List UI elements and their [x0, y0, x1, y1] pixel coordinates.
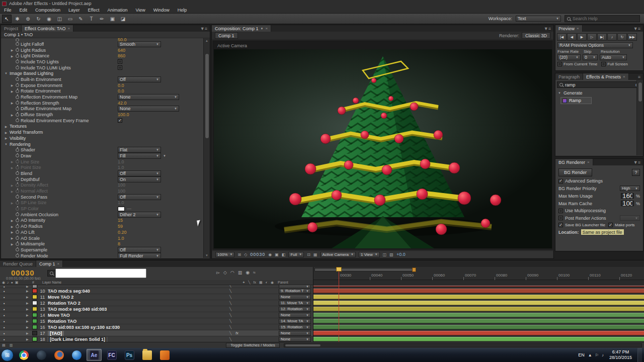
current-time-display[interactable]: 00030 [250, 252, 265, 257]
expander-icon[interactable]: ▶ [10, 230, 14, 234]
tab-effects-presets[interactable]: Effects & Presets× [583, 73, 629, 80]
layer-duration-bar[interactable] [313, 286, 644, 287]
layer-parent-dropdown[interactable]: 14. Move TA▼ [279, 319, 311, 324]
close-icon[interactable]: × [57, 261, 60, 266]
type-tool[interactable]: T [87, 15, 96, 23]
use-multiprocessing-row[interactable]: Use Multiprocessing [555, 207, 643, 214]
layer-name[interactable]: TAO mod:s seg:040 [48, 289, 224, 294]
expander-icon[interactable]: ▶ [10, 219, 14, 222]
layer-duration-bar[interactable] [313, 337, 644, 341]
stopwatch-icon[interactable] [16, 54, 19, 58]
expander-icon[interactable]: ▶ [10, 201, 14, 205]
layer-parent-dropdown[interactable]: 9. Rotation T▼ [279, 289, 311, 294]
scrollbar-thumb[interactable] [205, 53, 209, 139]
layer-parent-dropdown[interactable]: None▼ [279, 295, 311, 300]
chevron-down-icon[interactable]: ▼ [163, 154, 166, 157]
effects-search-input[interactable] [565, 82, 633, 87]
stopwatch-icon[interactable] [16, 195, 19, 199]
quality-switch-icon[interactable]: ╲ [229, 301, 231, 305]
layer-row[interactable]: ●▶11Move TAO 2╲None▼ [0, 294, 313, 300]
expander-icon[interactable]: ▶ [4, 125, 8, 128]
after-effects-icon[interactable]: Ae [87, 349, 102, 361]
quality-switch-icon[interactable]: ╲ [229, 313, 231, 317]
work-area-bar[interactable] [314, 268, 414, 272]
expander-icon[interactable]: ▼ [4, 143, 8, 146]
stopwatch-icon[interactable] [16, 230, 19, 234]
stopwatch-icon[interactable] [16, 207, 19, 211]
layer-duration-bar[interactable] [313, 325, 644, 329]
property-value[interactable]: 1.0 [118, 165, 124, 170]
grid-options-icon[interactable]: ⊞ [237, 252, 241, 257]
layer-expander-icon[interactable]: ▶ [26, 295, 32, 299]
stopwatch-icon[interactable] [16, 201, 19, 205]
property-value[interactable]: 100 [118, 183, 125, 188]
full-screen-option[interactable]: Full Screen [601, 62, 627, 66]
layer-name-column-header[interactable]: Layer Name [42, 281, 223, 284]
playhead-handle[interactable] [336, 267, 342, 272]
tab-preview[interactable]: Preview× [555, 25, 583, 32]
show-snapshot-icon[interactable]: ▣ [275, 252, 279, 257]
stopwatch-icon[interactable] [16, 248, 19, 251]
fast-previews-icon[interactable]: ▧ [389, 252, 393, 257]
layer-expander-icon[interactable]: ▶ [26, 337, 32, 341]
layer-row[interactable]: ●▶12Rotation TAO 2╲11. Move TA▼ [0, 300, 313, 306]
view-layout-dropdown[interactable]: 1 View▼ [359, 252, 380, 257]
layer-color-swatch[interactable] [32, 337, 37, 341]
from-current-time-option[interactable]: From Current Time [557, 62, 597, 66]
property-value[interactable]: 0.20 [118, 230, 127, 235]
footer-icon-blend[interactable]: ▥ [10, 343, 13, 347]
stopwatch-icon[interactable] [16, 48, 19, 52]
clone-stamp-tool[interactable]: ▣ [108, 15, 117, 23]
exposure-control[interactable]: +0.0 [396, 252, 406, 257]
property-dropdown[interactable]: None▼ [118, 106, 179, 112]
layer-visibility-toggle[interactable]: ● [0, 290, 8, 293]
menu-layer[interactable]: Layer [64, 7, 84, 14]
rotation-tool[interactable]: ↻ [34, 15, 43, 23]
action-center-icon[interactable]: ⚐ [595, 353, 599, 357]
eraser-tool[interactable]: ◪ [118, 15, 128, 23]
pixel-aspect-icon[interactable]: ◫ [383, 252, 387, 257]
folder-icon[interactable] [139, 349, 154, 361]
stopwatch-icon[interactable] [16, 160, 19, 163]
bg-help-button[interactable]: ? [632, 169, 640, 176]
expander-icon[interactable]: ▶ [10, 242, 14, 246]
layer-visibility-toggle[interactable]: ● [0, 320, 8, 323]
composition-mini-flowchart-icon[interactable]: ▻ [216, 270, 220, 275]
expander-icon[interactable]: ▶ [10, 225, 14, 228]
post-render-actions-checkbox[interactable] [558, 216, 563, 220]
taskbar-clock[interactable]: 6:47 PM 28/10/2015 [607, 349, 634, 361]
make-ports-checkbox[interactable]: ✓ [608, 223, 613, 227]
ram-preview-options-dropdown[interactable]: RAM Preview Options▼ [557, 42, 633, 48]
quality-switch-icon[interactable]: ╲ [229, 337, 231, 341]
layer-duration-bar[interactable] [313, 313, 644, 317]
layer-color-swatch[interactable] [32, 325, 37, 329]
mask-visibility-icon[interactable]: ◇ [244, 252, 247, 257]
layer-row[interactable]: ●▶17[TAO]╲fxNone▼ [0, 330, 313, 336]
hand-tool[interactable]: ✱ [13, 15, 22, 23]
timeline-ruler[interactable]: 0003000040000500006000070000800009000100… [313, 267, 644, 280]
max-mem-input[interactable] [621, 193, 634, 199]
playhead-line[interactable] [339, 267, 339, 342]
workspace-dropdown[interactable]: Text ▼ [516, 16, 561, 22]
comp-selector-tab[interactable]: Comp 1 [215, 32, 238, 39]
chrome-icon[interactable] [16, 349, 31, 361]
layer-duration-bar[interactable] [313, 331, 644, 335]
layer-visibility-toggle[interactable]: ● [0, 302, 8, 305]
layer-expander-icon[interactable]: ▶ [26, 319, 32, 323]
expander-icon[interactable]: ▶ [10, 190, 14, 193]
property-value[interactable]: 1.0 [118, 236, 124, 241]
loop-toggle-button[interactable]: ↻ [617, 33, 627, 41]
property-checkbox[interactable] [118, 65, 122, 70]
expander-icon[interactable]: ▶ [10, 48, 14, 52]
layer-color-swatch[interactable] [32, 295, 37, 299]
layer-duration-bar[interactable] [313, 295, 644, 299]
stopwatch-icon[interactable] [16, 119, 19, 122]
layer-visibility-toggle[interactable]: ● [0, 296, 8, 299]
panel-menu-icon[interactable]: ≡ [635, 73, 643, 80]
use-multiprocessing-checkbox[interactable] [558, 209, 563, 213]
layer-parent-dropdown[interactable]: None▼ [279, 331, 311, 336]
shape-tool[interactable]: ▭ [65, 15, 75, 23]
expander-icon[interactable]: ▼ [4, 72, 8, 75]
tab-composition[interactable]: Composition: Comp 1 ▼ × [212, 25, 271, 32]
quality-switch-icon[interactable]: ╲ [229, 331, 231, 335]
